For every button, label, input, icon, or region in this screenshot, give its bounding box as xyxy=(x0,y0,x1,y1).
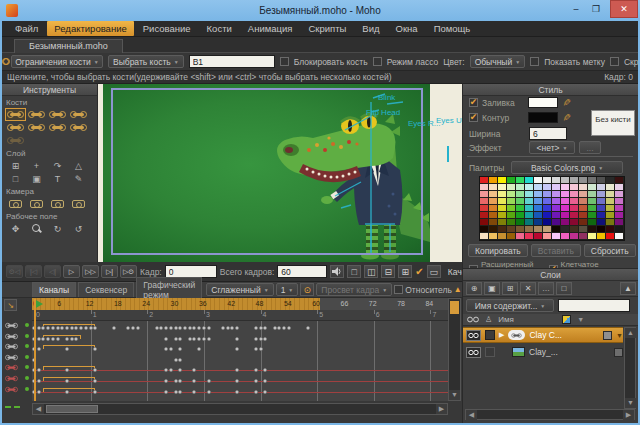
palette-swatch[interactable] xyxy=(516,226,525,233)
palette-swatch[interactable] xyxy=(489,191,498,198)
menu-draw[interactable]: Рисование xyxy=(136,21,198,36)
keyframe[interactable] xyxy=(65,337,69,341)
new-group-button[interactable]: ⊞ xyxy=(502,282,518,295)
canvas[interactable]: BlinkFlip HeadEyes R...Eyes U... xyxy=(98,84,462,262)
layer-color-swatch[interactable] xyxy=(603,331,612,340)
audio-mute-button[interactable] xyxy=(330,265,344,278)
palette-swatch[interactable] xyxy=(525,177,534,184)
palette-swatch[interactable] xyxy=(543,226,552,233)
palette-swatch[interactable] xyxy=(507,184,516,191)
hide-bones-checkbox[interactable] xyxy=(610,57,619,66)
palette-swatch[interactable] xyxy=(525,205,534,212)
roll-camera-icon[interactable] xyxy=(47,197,68,210)
frame-ruler[interactable]: 0 612182430364248546066727884 xyxy=(32,298,448,310)
keyframe[interactable] xyxy=(79,326,83,330)
palette-swatch[interactable] xyxy=(552,226,561,233)
keyframe[interactable] xyxy=(37,379,41,383)
palette-swatch[interactable] xyxy=(579,177,588,184)
keyframe[interactable] xyxy=(155,326,159,330)
keyframe[interactable] xyxy=(93,390,97,394)
keyframe[interactable] xyxy=(235,326,239,330)
zoom-workspace-icon[interactable] xyxy=(26,222,47,235)
keyframe[interactable] xyxy=(259,326,263,330)
palette-swatch[interactable] xyxy=(561,212,570,219)
palette-swatch[interactable] xyxy=(588,177,597,184)
keyframe[interactable] xyxy=(230,326,234,330)
keyframe-cycle-button[interactable]: ⊙ xyxy=(300,283,314,296)
keyframe[interactable] xyxy=(41,326,45,330)
keyframe[interactable] xyxy=(65,347,69,351)
palette-swatch[interactable] xyxy=(507,205,516,212)
follow-path-icon[interactable]: ▣ xyxy=(26,172,47,185)
view-single-button[interactable]: □ xyxy=(347,265,361,278)
translate-bone-icon[interactable] xyxy=(26,108,47,121)
palette-swatch[interactable] xyxy=(480,184,489,191)
offset-bone-icon[interactable] xyxy=(68,121,89,134)
palette-swatch[interactable] xyxy=(552,233,561,240)
keyframe[interactable] xyxy=(254,379,258,383)
menu-help[interactable]: Помощь xyxy=(427,21,478,36)
palette-swatch[interactable] xyxy=(597,205,606,212)
palette-swatch[interactable] xyxy=(507,212,516,219)
palette-swatch[interactable] xyxy=(588,184,597,191)
palette-swatch[interactable] xyxy=(552,198,561,205)
relative-checkbox[interactable] xyxy=(394,285,403,294)
keyframe[interactable] xyxy=(60,326,64,330)
scroll-right-arrow[interactable]: ▶ xyxy=(436,404,447,414)
palette-swatch[interactable] xyxy=(498,191,507,198)
keyframe[interactable] xyxy=(207,390,211,394)
palette-swatch[interactable] xyxy=(597,219,606,226)
reset-button[interactable]: Сбросить xyxy=(584,244,636,257)
keyframe[interactable] xyxy=(306,326,310,330)
palette-swatch[interactable] xyxy=(480,198,489,205)
palette-swatch[interactable] xyxy=(552,184,561,191)
keyframe[interactable] xyxy=(164,390,168,394)
keyframe[interactable] xyxy=(235,379,239,383)
palette-swatch[interactable] xyxy=(525,233,534,240)
palette-swatch[interactable] xyxy=(498,198,507,205)
enable-drawing-check-icon[interactable]: ✔ xyxy=(415,266,423,277)
palette-swatch[interactable] xyxy=(489,233,498,240)
palette-swatch[interactable] xyxy=(561,191,570,198)
text-tool-icon[interactable]: T xyxy=(47,172,68,185)
palette-swatch[interactable] xyxy=(552,191,561,198)
palette-swatch[interactable] xyxy=(597,212,606,219)
expand-arrow-icon[interactable]: ▶ xyxy=(499,331,504,339)
copy-button[interactable]: Копировать xyxy=(468,244,528,257)
keyframe[interactable] xyxy=(178,358,182,362)
rotate-bone-icon[interactable] xyxy=(68,108,89,121)
palette-swatch[interactable] xyxy=(498,219,507,226)
palette-swatch[interactable] xyxy=(597,184,606,191)
keyframe[interactable] xyxy=(136,326,140,330)
collapse-panel-button[interactable]: ▲ xyxy=(620,282,636,295)
palette-swatch[interactable] xyxy=(543,212,552,219)
scroll-up-arrow[interactable]: ▲ xyxy=(625,328,636,338)
channel-bone-icon[interactable] xyxy=(7,356,15,358)
keyframe[interactable] xyxy=(174,358,178,362)
channel-bone-icon[interactable] xyxy=(7,324,15,326)
keyframe[interactable] xyxy=(65,390,69,394)
view-split-vertical-button[interactable]: ◫ xyxy=(364,265,378,278)
orbit-workspace-icon[interactable]: ↺ xyxy=(68,222,89,235)
keyframe[interactable] xyxy=(37,326,41,330)
keyframe[interactable] xyxy=(169,347,173,351)
palette-swatch[interactable] xyxy=(615,212,624,219)
keyframe[interactable] xyxy=(56,337,60,341)
keyframe[interactable] xyxy=(89,326,93,330)
effect-more-button[interactable]: ... xyxy=(579,141,601,154)
palette-swatch[interactable] xyxy=(534,205,543,212)
palette-swatch[interactable] xyxy=(507,219,516,226)
bone-strength-icon[interactable] xyxy=(26,121,47,134)
fast-forward-button[interactable]: ▷▷ xyxy=(82,265,99,278)
keyframe[interactable] xyxy=(178,347,182,351)
palette-swatch[interactable] xyxy=(606,198,615,205)
palette-swatch[interactable] xyxy=(579,205,588,212)
pan-tilt-camera-icon[interactable] xyxy=(68,197,89,210)
keyframe[interactable] xyxy=(56,326,60,330)
reference-layer-button[interactable]: □ xyxy=(556,282,572,295)
channel-bone-icon[interactable] xyxy=(7,367,15,369)
layers-vertical-scrollbar[interactable]: ▲ ▼ xyxy=(624,327,636,409)
palette-swatch[interactable] xyxy=(498,184,507,191)
keyframe[interactable] xyxy=(178,390,182,394)
palette-swatch[interactable] xyxy=(507,233,516,240)
